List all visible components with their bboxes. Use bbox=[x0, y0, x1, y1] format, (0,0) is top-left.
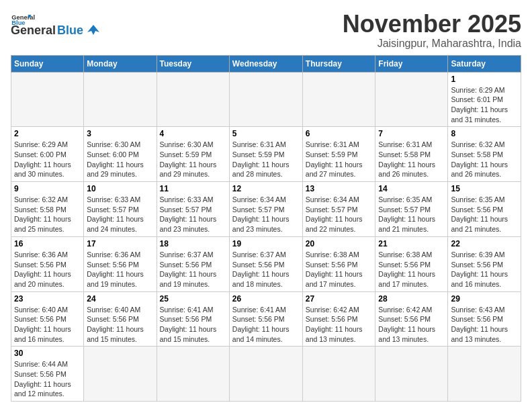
day-number: 23 bbox=[14, 294, 81, 304]
week-row-4: 23Sunrise: 6:40 AMSunset: 5:56 PMDayligh… bbox=[11, 291, 521, 347]
day-number: 28 bbox=[378, 294, 445, 304]
logo-bird-icon bbox=[86, 23, 101, 38]
day-number: 13 bbox=[306, 184, 373, 193]
day-number: 15 bbox=[451, 184, 518, 193]
calendar-cell bbox=[229, 347, 302, 402]
day-info: Sunrise: 6:35 AMSunset: 5:56 PMDaylight:… bbox=[451, 195, 518, 234]
day-info: Sunrise: 6:37 AMSunset: 5:56 PMDaylight:… bbox=[232, 250, 300, 289]
calendar-cell: 20Sunrise: 6:38 AMSunset: 5:56 PMDayligh… bbox=[302, 236, 375, 291]
month-title: November 2025 bbox=[343, 11, 521, 38]
day-number: 21 bbox=[378, 239, 445, 248]
calendar-cell: 3Sunrise: 6:30 AMSunset: 6:00 PMDaylight… bbox=[84, 127, 157, 182]
day-info: Sunrise: 6:33 AMSunset: 5:57 PMDaylight:… bbox=[160, 195, 226, 234]
day-info: Sunrise: 6:32 AMSunset: 5:58 PMDaylight:… bbox=[14, 195, 81, 234]
day-info: Sunrise: 6:38 AMSunset: 5:56 PMDaylight:… bbox=[306, 250, 373, 289]
day-info: Sunrise: 6:42 AMSunset: 5:56 PMDaylight:… bbox=[378, 305, 445, 345]
header-row: SundayMondayTuesdayWednesdayThursdayFrid… bbox=[11, 55, 521, 72]
calendar-cell: 26Sunrise: 6:41 AMSunset: 5:56 PMDayligh… bbox=[229, 291, 302, 347]
calendar-cell: 14Sunrise: 6:35 AMSunset: 5:57 PMDayligh… bbox=[375, 182, 448, 237]
calendar-table: SundayMondayTuesdayWednesdayThursdayFrid… bbox=[11, 55, 521, 402]
calendar-cell: 16Sunrise: 6:36 AMSunset: 5:56 PMDayligh… bbox=[11, 236, 84, 291]
day-info: Sunrise: 6:40 AMSunset: 5:56 PMDaylight:… bbox=[14, 305, 81, 345]
title-area: November 2025 Jaisingpur, Maharashtra, I… bbox=[343, 11, 521, 50]
day-info: Sunrise: 6:34 AMSunset: 5:57 PMDaylight:… bbox=[306, 195, 373, 234]
day-info: Sunrise: 6:32 AMSunset: 5:58 PMDaylight:… bbox=[451, 140, 518, 179]
day-number: 1 bbox=[451, 75, 518, 84]
day-info: Sunrise: 6:44 AMSunset: 5:56 PMDaylight:… bbox=[14, 359, 81, 399]
day-number: 29 bbox=[451, 294, 518, 304]
calendar-cell: 21Sunrise: 6:38 AMSunset: 5:56 PMDayligh… bbox=[375, 236, 448, 291]
calendar-cell: 28Sunrise: 6:42 AMSunset: 5:56 PMDayligh… bbox=[375, 291, 448, 347]
day-info: Sunrise: 6:39 AMSunset: 5:56 PMDaylight:… bbox=[451, 250, 518, 289]
calendar-cell bbox=[11, 72, 84, 127]
logo-general: General bbox=[11, 24, 56, 38]
week-row-2: 9Sunrise: 6:32 AMSunset: 5:58 PMDaylight… bbox=[11, 182, 521, 237]
calendar-cell: 2Sunrise: 6:29 AMSunset: 6:00 PMDaylight… bbox=[11, 127, 84, 182]
day-info: Sunrise: 6:36 AMSunset: 5:56 PMDaylight:… bbox=[87, 250, 153, 289]
day-number: 26 bbox=[232, 294, 300, 304]
calendar-cell: 23Sunrise: 6:40 AMSunset: 5:56 PMDayligh… bbox=[11, 291, 84, 347]
calendar-cell bbox=[84, 347, 157, 402]
header-saturday: Saturday bbox=[448, 55, 521, 72]
logo-text: General Blue bbox=[11, 23, 101, 38]
day-number: 2 bbox=[14, 129, 81, 138]
calendar-cell: 30Sunrise: 6:44 AMSunset: 5:56 PMDayligh… bbox=[11, 347, 84, 402]
calendar-cell: 4Sunrise: 6:30 AMSunset: 5:59 PMDaylight… bbox=[157, 127, 229, 182]
calendar-cell bbox=[375, 347, 448, 402]
day-info: Sunrise: 6:36 AMSunset: 5:56 PMDaylight:… bbox=[14, 250, 81, 289]
logo-blue: Blue bbox=[57, 24, 83, 38]
location-title: Jaisingpur, Maharashtra, India bbox=[343, 38, 521, 50]
day-number: 10 bbox=[87, 184, 153, 193]
calendar-cell: 7Sunrise: 6:31 AMSunset: 5:58 PMDaylight… bbox=[375, 127, 448, 182]
day-info: Sunrise: 6:31 AMSunset: 5:59 PMDaylight:… bbox=[306, 140, 373, 179]
calendar-cell: 19Sunrise: 6:37 AMSunset: 5:56 PMDayligh… bbox=[229, 236, 302, 291]
calendar-cell: 10Sunrise: 6:33 AMSunset: 5:57 PMDayligh… bbox=[84, 182, 157, 237]
calendar-cell: 22Sunrise: 6:39 AMSunset: 5:56 PMDayligh… bbox=[448, 236, 521, 291]
calendar-cell: 12Sunrise: 6:34 AMSunset: 5:57 PMDayligh… bbox=[229, 182, 302, 237]
day-number: 8 bbox=[451, 129, 518, 138]
calendar-cell bbox=[157, 347, 229, 402]
day-info: Sunrise: 6:31 AMSunset: 5:59 PMDaylight:… bbox=[232, 140, 300, 179]
day-number: 4 bbox=[160, 129, 226, 138]
header-friday: Friday bbox=[375, 55, 448, 72]
calendar-cell bbox=[229, 72, 302, 127]
day-number: 30 bbox=[14, 349, 81, 358]
day-info: Sunrise: 6:29 AMSunset: 6:01 PMDaylight:… bbox=[451, 85, 518, 125]
day-info: Sunrise: 6:41 AMSunset: 5:56 PMDaylight:… bbox=[232, 305, 300, 345]
day-number: 14 bbox=[378, 184, 445, 193]
calendar-cell: 18Sunrise: 6:37 AMSunset: 5:56 PMDayligh… bbox=[157, 236, 229, 291]
calendar-cell: 5Sunrise: 6:31 AMSunset: 5:59 PMDaylight… bbox=[229, 127, 302, 182]
calendar-cell: 17Sunrise: 6:36 AMSunset: 5:56 PMDayligh… bbox=[84, 236, 157, 291]
calendar-cell bbox=[448, 347, 521, 402]
day-number: 27 bbox=[306, 294, 373, 304]
day-info: Sunrise: 6:34 AMSunset: 5:57 PMDaylight:… bbox=[232, 195, 300, 234]
calendar-cell: 1Sunrise: 6:29 AMSunset: 6:01 PMDaylight… bbox=[448, 72, 521, 127]
svg-marker-3 bbox=[87, 25, 99, 35]
header-sunday: Sunday bbox=[11, 55, 84, 72]
day-number: 6 bbox=[306, 129, 373, 138]
day-number: 11 bbox=[160, 184, 226, 193]
day-number: 5 bbox=[232, 129, 300, 138]
day-number: 16 bbox=[14, 239, 81, 248]
day-number: 7 bbox=[378, 129, 445, 138]
logo-area: General Blue General Blue bbox=[11, 11, 101, 38]
calendar-cell: 25Sunrise: 6:41 AMSunset: 5:56 PMDayligh… bbox=[157, 291, 229, 347]
day-number: 20 bbox=[306, 239, 373, 248]
header-monday: Monday bbox=[84, 55, 157, 72]
calendar-cell: 27Sunrise: 6:42 AMSunset: 5:56 PMDayligh… bbox=[302, 291, 375, 347]
page-header: General Blue General Blue November 2025 … bbox=[11, 11, 521, 50]
day-number: 24 bbox=[87, 294, 153, 304]
header-thursday: Thursday bbox=[302, 55, 375, 72]
day-info: Sunrise: 6:38 AMSunset: 5:56 PMDaylight:… bbox=[378, 250, 445, 289]
day-number: 19 bbox=[232, 239, 300, 248]
calendar-cell: 8Sunrise: 6:32 AMSunset: 5:58 PMDaylight… bbox=[448, 127, 521, 182]
day-number: 22 bbox=[451, 239, 518, 248]
calendar-cell bbox=[84, 72, 157, 127]
calendar-cell: 6Sunrise: 6:31 AMSunset: 5:59 PMDaylight… bbox=[302, 127, 375, 182]
day-number: 9 bbox=[14, 184, 81, 193]
day-info: Sunrise: 6:40 AMSunset: 5:56 PMDaylight:… bbox=[87, 305, 153, 345]
header-tuesday: Tuesday bbox=[157, 55, 229, 72]
calendar-cell: 24Sunrise: 6:40 AMSunset: 5:56 PMDayligh… bbox=[84, 291, 157, 347]
day-info: Sunrise: 6:42 AMSunset: 5:56 PMDaylight:… bbox=[306, 305, 373, 345]
day-info: Sunrise: 6:43 AMSunset: 5:56 PMDaylight:… bbox=[451, 305, 518, 345]
